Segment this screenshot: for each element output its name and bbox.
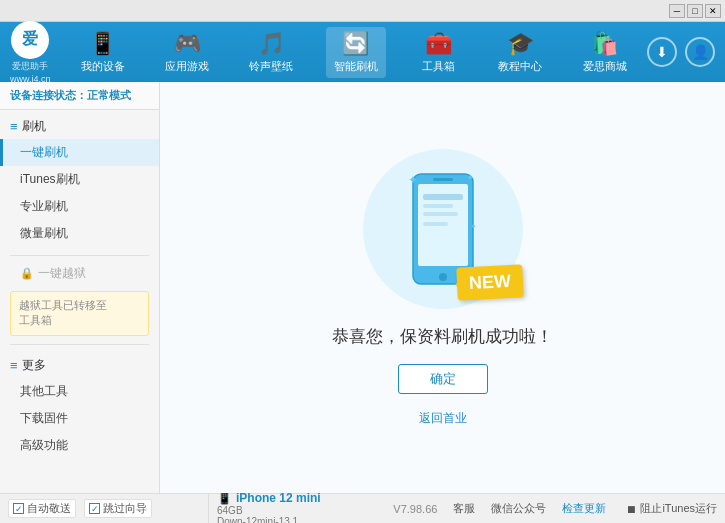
new-badge: NEW <box>456 264 524 300</box>
wechat-link[interactable]: 微信公众号 <box>491 501 546 516</box>
nav-right: ⬇ 👤 <box>647 37 715 67</box>
flash-section-icon: ≡ <box>10 119 18 134</box>
sidebar-item-pro-flash[interactable]: 专业刷机 <box>0 193 159 220</box>
nav-item-app-games[interactable]: 🎮 应用游戏 <box>157 27 217 78</box>
status-label: 设备连接状态： <box>10 89 87 101</box>
store-label: 爱思商城 <box>583 59 627 74</box>
device-info: 📱 iPhone 12 mini 64GB Down-12mini-13.1 <box>208 491 368 524</box>
stop-itunes-button[interactable]: ⏹ 阻止iTunes运行 <box>626 501 717 516</box>
skip-guide-label: 跳过向导 <box>103 501 147 516</box>
svg-text:✦: ✦ <box>408 173 418 187</box>
svg-rect-3 <box>433 178 453 181</box>
app-games-icon: 🎮 <box>174 31 201 57</box>
my-device-label: 我的设备 <box>81 59 125 74</box>
status-value: 正常模式 <box>87 89 131 101</box>
sidebar-item-jailbreak: 🔒 一键越狱 <box>0 260 159 287</box>
close-button[interactable]: ✕ <box>705 4 721 18</box>
reflash-link[interactable]: 返回首业 <box>419 410 467 427</box>
toolbox-label: 工具箱 <box>422 59 455 74</box>
smart-flash-label: 智能刷机 <box>334 59 378 74</box>
check-update-link[interactable]: 检查更新 <box>562 501 606 516</box>
nav-bar: 爱 爱思助手 www.i4.cn 📱 我的设备 🎮 应用游戏 🎵 铃声壁纸 🔄 … <box>0 22 725 82</box>
window-controls[interactable]: ─ □ ✕ <box>669 4 721 18</box>
svg-rect-7 <box>423 222 448 226</box>
logo-line1: 爱思助手 <box>12 60 48 73</box>
logo-icon: 爱 <box>11 21 49 59</box>
phone-container: ✦ ✦ ✦ NEW <box>373 149 513 309</box>
skip-guide-checkmark: ✓ <box>89 503 100 514</box>
lock-icon: 🔒 <box>20 267 34 280</box>
sidebar-notice: 越狱工具已转移至工具箱 <box>10 291 149 336</box>
maximize-button[interactable]: □ <box>687 4 703 18</box>
download-button[interactable]: ⬇ <box>647 37 677 67</box>
svg-text:✦: ✦ <box>470 222 477 231</box>
nav-item-smart-flash[interactable]: 🔄 智能刷机 <box>326 27 386 78</box>
smart-flash-icon: 🔄 <box>342 31 369 57</box>
user-button[interactable]: 👤 <box>685 37 715 67</box>
minimize-button[interactable]: ─ <box>669 4 685 18</box>
sidebar-item-other-tools[interactable]: 其他工具 <box>0 378 159 405</box>
flash-section: ≡ 刷机 一键刷机 iTunes刷机 专业刷机 微量刷机 <box>0 110 159 251</box>
sidebar-item-one-key-flash[interactable]: 一键刷机 <box>0 139 159 166</box>
app-games-label: 应用游戏 <box>165 59 209 74</box>
nav-item-toolbox[interactable]: 🧰 工具箱 <box>410 27 466 78</box>
more-section-title: ≡ 更多 <box>0 353 159 378</box>
auto-send-checkmark: ✓ <box>13 503 24 514</box>
auto-send-label: 自动敬送 <box>27 501 71 516</box>
sidebar-item-itunes-flash[interactable]: iTunes刷机 <box>0 166 159 193</box>
new-text: NEW <box>468 270 511 292</box>
store-icon: 🛍️ <box>591 31 618 57</box>
logo-area: 爱 爱思助手 www.i4.cn <box>10 21 51 84</box>
version-text: V7.98.66 <box>393 503 437 515</box>
sidebar-item-micro-flash[interactable]: 微量刷机 <box>0 220 159 247</box>
stop-itunes-label: 阻止iTunes运行 <box>640 501 717 516</box>
more-section: ≡ 更多 其他工具 下载固件 高级功能 <box>0 349 159 463</box>
bottom-right: V7.98.66 客服 微信公众号 检查更新 <box>393 501 606 516</box>
divider-2 <box>10 344 149 345</box>
flash-section-title: ≡ 刷机 <box>0 114 159 139</box>
stop-itunes-icon: ⏹ <box>626 503 637 515</box>
my-device-icon: 📱 <box>89 31 116 57</box>
customer-service-link[interactable]: 客服 <box>453 501 475 516</box>
notice-text: 越狱工具已转移至工具箱 <box>19 299 107 326</box>
more-section-icon: ≡ <box>10 358 18 373</box>
status-bar: 设备连接状态：正常模式 <box>0 82 159 110</box>
sidebar: 设备连接状态：正常模式 ≡ 刷机 一键刷机 iTunes刷机 专业刷机 微量刷机… <box>0 82 160 493</box>
ringtones-icon: 🎵 <box>258 31 285 57</box>
confirm-button[interactable]: 确定 <box>398 364 488 394</box>
sidebar-item-download-firmware[interactable]: 下载固件 <box>0 405 159 432</box>
bottom-bar: ✓ 自动敬送 ✓ 跳过向导 📱 iPhone 12 mini 64GB Down… <box>0 493 725 523</box>
toolbox-icon: 🧰 <box>425 31 452 57</box>
flash-section-label: 刷机 <box>22 118 46 135</box>
device-os: Down-12mini-13.1 <box>217 516 360 524</box>
nav-items: 📱 我的设备 🎮 应用游戏 🎵 铃声壁纸 🔄 智能刷机 🧰 工具箱 🎓 教程中心… <box>61 27 647 78</box>
checkbox-group: ✓ 自动敬送 ✓ 跳过向导 <box>8 499 152 518</box>
tutorials-label: 教程中心 <box>498 59 542 74</box>
nav-item-my-device[interactable]: 📱 我的设备 <box>73 27 133 78</box>
main-area: 设备连接状态：正常模式 ≡ 刷机 一键刷机 iTunes刷机 专业刷机 微量刷机… <box>0 82 725 493</box>
nav-item-store[interactable]: 🛍️ 爱思商城 <box>575 27 635 78</box>
skip-guide-checkbox[interactable]: ✓ 跳过向导 <box>84 499 152 518</box>
svg-rect-6 <box>423 212 458 216</box>
success-illustration: ✦ ✦ ✦ NEW 恭喜您，保资料刷机成功啦！ 确定 返回首业 <box>332 149 553 427</box>
svg-rect-4 <box>423 194 463 200</box>
sidebar-item-advanced[interactable]: 高级功能 <box>0 432 159 459</box>
ringtones-label: 铃声壁纸 <box>249 59 293 74</box>
svg-rect-5 <box>423 204 453 208</box>
nav-item-tutorials[interactable]: 🎓 教程中心 <box>490 27 550 78</box>
tutorials-icon: 🎓 <box>507 31 534 57</box>
title-bar: ─ □ ✕ <box>0 0 725 22</box>
nav-item-ringtones[interactable]: 🎵 铃声壁纸 <box>241 27 301 78</box>
success-text: 恭喜您，保资料刷机成功啦！ <box>332 325 553 348</box>
jailbreak-label: 一键越狱 <box>38 265 86 282</box>
svg-text:✦: ✦ <box>466 172 474 183</box>
bottom-left: ✓ 自动敬送 ✓ 跳过向导 <box>8 499 208 518</box>
content-area: ✦ ✦ ✦ NEW 恭喜您，保资料刷机成功啦！ 确定 返回首业 <box>160 82 725 493</box>
divider-1 <box>10 255 149 256</box>
device-model: 64GB <box>217 505 360 516</box>
svg-point-2 <box>439 273 447 281</box>
more-section-label: 更多 <box>22 357 46 374</box>
auto-send-checkbox[interactable]: ✓ 自动敬送 <box>8 499 76 518</box>
